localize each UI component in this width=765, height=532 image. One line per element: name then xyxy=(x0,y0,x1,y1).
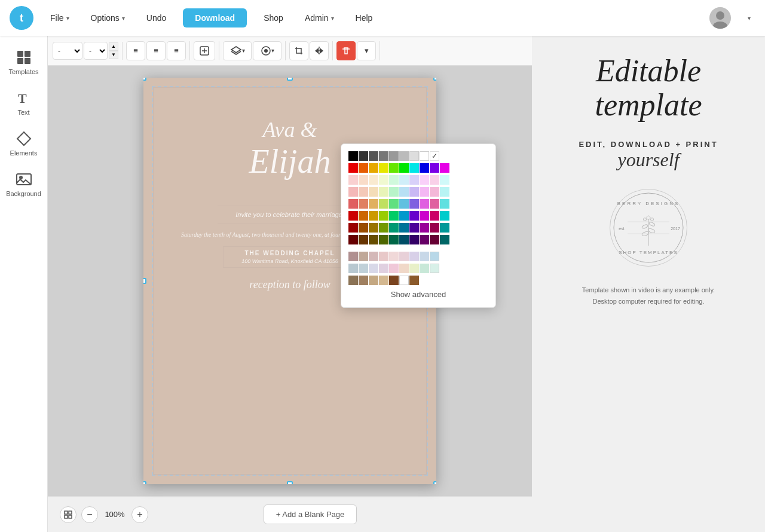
color-yellow2[interactable] xyxy=(379,163,388,173)
svg-rect-24 xyxy=(69,515,72,518)
canvas-footer: reception to follow xyxy=(249,279,330,291)
zoom-out-btn[interactable]: − xyxy=(81,506,98,523)
canvas-names-bottom: Elijah xyxy=(249,145,331,178)
color-purple[interactable] xyxy=(430,163,439,173)
color-grid-neutral3 xyxy=(348,276,488,285)
sidebar-item-text[interactable]: T Text xyxy=(0,82,47,123)
font-size-spinner: ▲ ▼ xyxy=(109,42,118,59)
nav-file[interactable]: File ▾ xyxy=(45,10,74,26)
color-gray3[interactable] xyxy=(399,151,409,161)
font-size-up[interactable]: ▲ xyxy=(109,42,118,51)
nav-undo[interactable]: Undo xyxy=(142,10,171,26)
right-panel: Editable template EDIT, DOWNLOAD + PRINT… xyxy=(532,36,765,532)
color-grid-mid1 xyxy=(348,199,488,209)
canvas-content: ✓ xyxy=(48,66,532,496)
nav-help[interactable]: Help xyxy=(351,10,378,26)
color-gray2[interactable] xyxy=(389,151,399,161)
color-grid-neutral1 xyxy=(348,252,488,261)
zoom-level: 100% xyxy=(103,510,127,519)
svg-marker-8 xyxy=(17,132,30,145)
color-yellow1[interactable] xyxy=(369,163,378,173)
handle-bottom-right[interactable] xyxy=(433,481,436,484)
insert-btn[interactable] xyxy=(194,41,215,60)
svg-point-10 xyxy=(19,176,23,179)
right-panel-italic: yourself xyxy=(579,149,718,171)
align-center-btn[interactable]: ≡ xyxy=(146,41,166,60)
center-column: - - ▲ ▼ ≡ ≡ ≡ xyxy=(48,36,532,532)
zoom-in-btn[interactable]: + xyxy=(131,506,148,523)
zoom-fit-btn[interactable] xyxy=(60,506,76,523)
svg-text:2017: 2017 xyxy=(671,227,680,231)
sidebar-item-templates[interactable]: Templates xyxy=(0,42,47,82)
right-panel-caps: EDIT, DOWNLOAD + PRINT xyxy=(579,140,718,149)
nav-options[interactable]: Options ▾ xyxy=(86,10,130,26)
svg-point-1 xyxy=(716,11,724,20)
toolbar-layer-group: ▾ ▾ xyxy=(223,41,286,60)
color-cyan[interactable] xyxy=(409,163,419,173)
arrange-btn[interactable]: ▾ xyxy=(253,41,281,60)
top-nav: t File ▾ Options ▾ Undo Download Shop Ad… xyxy=(0,0,765,36)
canvas-area: ✓ xyxy=(48,66,532,532)
svg-rect-3 xyxy=(17,51,23,57)
fit-screen-icon xyxy=(64,510,72,519)
align-left-btn[interactable]: ≡ xyxy=(126,41,145,60)
options-chevron-icon: ▾ xyxy=(122,15,125,22)
canvas-venue-address: 100 Wantirna Road, Knoxfield CA 41056 xyxy=(241,258,338,264)
layer-btn[interactable]: ▾ xyxy=(223,41,252,60)
font-name-select[interactable]: - xyxy=(53,42,82,60)
svg-text:T: T xyxy=(18,91,27,106)
font-size-down[interactable]: ▼ xyxy=(109,51,118,59)
font-size-select[interactable]: - xyxy=(84,42,108,60)
svg-point-33 xyxy=(641,224,648,230)
color-orange1[interactable] xyxy=(359,163,368,173)
sidebar-item-elements[interactable]: Elements xyxy=(0,123,47,164)
nav-download-button[interactable]: Download xyxy=(183,8,247,27)
insert-icon xyxy=(199,45,210,56)
color-green1[interactable] xyxy=(389,163,399,173)
handle-bottom-middle[interactable] xyxy=(287,481,293,484)
handle-middle-left[interactable] xyxy=(143,278,146,284)
handle-bottom-left[interactable] xyxy=(143,481,146,484)
flip-btn[interactable] xyxy=(310,41,329,60)
color-black[interactable] xyxy=(348,151,358,161)
color-white[interactable] xyxy=(420,151,429,161)
right-panel-edit-block: EDIT, DOWNLOAD + PRINT yourself xyxy=(579,140,718,171)
color-lightgray[interactable] xyxy=(409,151,419,161)
trash-icon xyxy=(341,46,351,56)
color-grid-pastel2 xyxy=(348,187,488,197)
color-darkgray1[interactable] xyxy=(359,151,368,161)
svg-point-16 xyxy=(264,49,268,53)
sidebar-item-background[interactable]: Background xyxy=(0,164,47,204)
color-transparent[interactable]: ✓ xyxy=(430,151,439,161)
nav-admin[interactable]: Admin ▾ xyxy=(300,10,339,26)
sidebar-templates-label: Templates xyxy=(8,68,38,75)
right-panel-footer: Template shown in video is any example o… xyxy=(582,285,715,307)
crop-btn[interactable] xyxy=(289,41,308,60)
right-panel-logo: BERRY DESIGNS SHOP TEMPLATES est 2017 xyxy=(610,189,687,267)
align-right-btn[interactable]: ≡ xyxy=(167,41,186,60)
color-blue[interactable] xyxy=(420,163,429,173)
handle-top-left[interactable] xyxy=(143,78,146,81)
add-page-button[interactable]: + Add a Blank Page xyxy=(264,505,357,524)
handle-top-middle[interactable] xyxy=(287,78,293,81)
svg-rect-22 xyxy=(69,511,72,514)
show-advanced-btn[interactable]: Show advanced xyxy=(348,289,488,300)
color-green2[interactable] xyxy=(399,163,409,173)
handle-top-right[interactable] xyxy=(433,78,436,81)
color-gray1[interactable] xyxy=(379,151,388,161)
user-avatar[interactable] xyxy=(709,7,731,29)
right-panel-script1: Editable template xyxy=(595,54,702,122)
delete-btn[interactable] xyxy=(336,41,356,60)
more-btn[interactable]: ▾ xyxy=(357,41,376,60)
app-logo[interactable]: t xyxy=(10,6,33,30)
color-grid-pastel1 xyxy=(348,175,488,185)
grid-icon xyxy=(16,49,32,66)
nav-shop[interactable]: Shop xyxy=(259,10,288,26)
color-darkgray2[interactable] xyxy=(369,151,378,161)
canvas-venue-name: THE WEDDING CHAPEL xyxy=(241,250,338,256)
color-red[interactable] xyxy=(348,163,358,173)
color-magenta[interactable] xyxy=(440,163,449,173)
toolbar: - - ▲ ▼ ≡ ≡ ≡ xyxy=(48,36,532,66)
svg-point-37 xyxy=(651,218,654,221)
avatar-dropdown[interactable]: ▾ xyxy=(743,11,755,25)
